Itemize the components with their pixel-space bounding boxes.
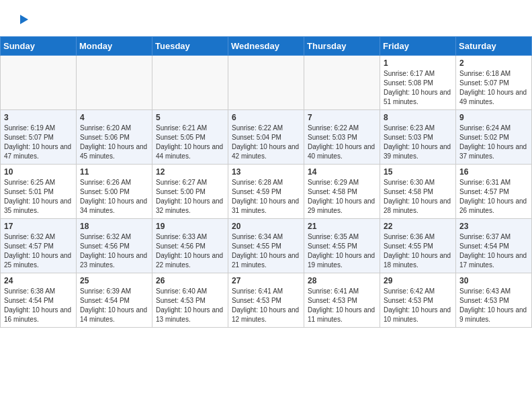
day-info: Sunrise: 6:17 AM Sunset: 5:08 PM Dayligh… [384, 69, 452, 107]
day-info: Sunrise: 6:28 AM Sunset: 4:59 PM Dayligh… [232, 178, 300, 216]
day-info: Sunrise: 6:20 AM Sunset: 5:06 PM Dayligh… [80, 124, 148, 161]
day-info: Sunrise: 6:41 AM Sunset: 4:53 PM Dayligh… [308, 287, 376, 324]
day-info: Sunrise: 6:39 AM Sunset: 4:54 PM Dayligh… [80, 287, 148, 324]
day-info: Sunrise: 6:34 AM Sunset: 4:55 PM Dayligh… [232, 232, 300, 270]
weekday-header: Thursday [304, 37, 380, 56]
day-number: 27 [232, 276, 300, 285]
day-number: 18 [80, 222, 148, 231]
day-info: Sunrise: 6:32 AM Sunset: 4:57 PM Dayligh… [4, 232, 73, 270]
calendar-cell: 9Sunrise: 6:24 AM Sunset: 5:02 PM Daylig… [456, 110, 532, 165]
calendar-cell: 26Sunrise: 6:40 AM Sunset: 4:53 PM Dayli… [152, 273, 228, 328]
day-number: 19 [156, 222, 224, 231]
calendar-cell [1, 56, 77, 110]
calendar-cell: 4Sunrise: 6:20 AM Sunset: 5:06 PM Daylig… [77, 110, 152, 165]
weekday-header: Sunday [1, 37, 77, 56]
day-info: Sunrise: 6:25 AM Sunset: 5:01 PM Dayligh… [4, 178, 73, 216]
calendar-cell: 28Sunrise: 6:41 AM Sunset: 4:53 PM Dayli… [304, 273, 380, 328]
calendar-cell: 3Sunrise: 6:19 AM Sunset: 5:07 PM Daylig… [1, 110, 77, 165]
weekday-header: Tuesday [152, 37, 228, 56]
day-info: Sunrise: 6:43 AM Sunset: 4:53 PM Dayligh… [459, 287, 528, 324]
day-number: 2 [459, 58, 528, 68]
calendar-cell: 19Sunrise: 6:33 AM Sunset: 4:56 PM Dayli… [152, 219, 228, 273]
calendar-cell: 20Sunrise: 6:34 AM Sunset: 4:55 PM Dayli… [228, 219, 304, 273]
svg-marker-0 [20, 15, 28, 24]
day-number: 1 [384, 58, 452, 68]
day-number: 30 [459, 276, 528, 285]
day-number: 10 [4, 167, 73, 177]
day-info: Sunrise: 6:32 AM Sunset: 4:56 PM Dayligh… [80, 232, 148, 270]
day-number: 13 [232, 167, 300, 177]
calendar-cell: 6Sunrise: 6:22 AM Sunset: 5:04 PM Daylig… [228, 110, 304, 165]
day-info: Sunrise: 6:37 AM Sunset: 4:54 PM Dayligh… [459, 232, 528, 270]
calendar-cell: 24Sunrise: 6:38 AM Sunset: 4:54 PM Dayli… [1, 273, 77, 328]
day-number: 24 [4, 276, 73, 285]
calendar-cell: 21Sunrise: 6:35 AM Sunset: 4:55 PM Dayli… [304, 219, 380, 273]
day-info: Sunrise: 6:18 AM Sunset: 5:07 PM Dayligh… [459, 69, 528, 107]
calendar-cell [304, 56, 380, 110]
day-number: 4 [80, 113, 148, 122]
calendar-cell: 17Sunrise: 6:32 AM Sunset: 4:57 PM Dayli… [1, 219, 77, 273]
page: SundayMondayTuesdayWednesdayThursdayFrid… [0, 0, 532, 328]
day-info: Sunrise: 6:22 AM Sunset: 5:04 PM Dayligh… [232, 124, 300, 161]
day-info: Sunrise: 6:30 AM Sunset: 4:58 PM Dayligh… [384, 178, 452, 216]
calendar-cell: 16Sunrise: 6:31 AM Sunset: 4:57 PM Dayli… [456, 165, 532, 219]
day-number: 6 [232, 113, 300, 122]
calendar-cell: 11Sunrise: 6:26 AM Sunset: 5:00 PM Dayli… [77, 165, 152, 219]
calendar-cell: 12Sunrise: 6:27 AM Sunset: 5:00 PM Dayli… [152, 165, 228, 219]
calendar-cell: 23Sunrise: 6:37 AM Sunset: 4:54 PM Dayli… [456, 219, 532, 273]
day-info: Sunrise: 6:41 AM Sunset: 4:53 PM Dayligh… [232, 287, 300, 324]
calendar-cell: 1Sunrise: 6:17 AM Sunset: 5:08 PM Daylig… [380, 56, 456, 110]
day-info: Sunrise: 6:29 AM Sunset: 4:58 PM Dayligh… [308, 178, 376, 216]
calendar-cell: 7Sunrise: 6:22 AM Sunset: 5:03 PM Daylig… [304, 110, 380, 165]
day-info: Sunrise: 6:42 AM Sunset: 4:53 PM Dayligh… [384, 287, 452, 324]
day-info: Sunrise: 6:21 AM Sunset: 5:05 PM Dayligh… [156, 124, 224, 161]
weekday-header: Saturday [456, 37, 532, 56]
logo-icon [15, 12, 30, 27]
calendar-cell: 13Sunrise: 6:28 AM Sunset: 4:59 PM Dayli… [228, 165, 304, 219]
day-number: 25 [80, 276, 148, 285]
calendar-cell: 29Sunrise: 6:42 AM Sunset: 4:53 PM Dayli… [380, 273, 456, 328]
day-info: Sunrise: 6:23 AM Sunset: 5:03 PM Dayligh… [384, 124, 452, 161]
day-number: 21 [308, 222, 376, 231]
logo [13, 12, 30, 27]
calendar-cell: 27Sunrise: 6:41 AM Sunset: 4:53 PM Dayli… [228, 273, 304, 328]
calendar-cell: 8Sunrise: 6:23 AM Sunset: 5:03 PM Daylig… [380, 110, 456, 165]
day-number: 14 [308, 167, 376, 177]
day-number: 7 [308, 113, 376, 122]
day-number: 5 [156, 113, 224, 122]
calendar-cell: 5Sunrise: 6:21 AM Sunset: 5:05 PM Daylig… [152, 110, 228, 165]
day-number: 9 [459, 113, 528, 122]
weekday-header: Wednesday [228, 37, 304, 56]
calendar-cell [152, 56, 228, 110]
calendar-cell: 15Sunrise: 6:30 AM Sunset: 4:58 PM Dayli… [380, 165, 456, 219]
calendar-cell: 30Sunrise: 6:43 AM Sunset: 4:53 PM Dayli… [456, 273, 532, 328]
day-number: 8 [384, 113, 452, 122]
day-number: 20 [232, 222, 300, 231]
day-info: Sunrise: 6:36 AM Sunset: 4:55 PM Dayligh… [384, 232, 452, 270]
header [0, 0, 532, 34]
day-info: Sunrise: 6:19 AM Sunset: 5:07 PM Dayligh… [4, 124, 73, 161]
day-info: Sunrise: 6:40 AM Sunset: 4:53 PM Dayligh… [156, 287, 224, 324]
day-info: Sunrise: 6:38 AM Sunset: 4:54 PM Dayligh… [4, 287, 73, 324]
day-info: Sunrise: 6:24 AM Sunset: 5:02 PM Dayligh… [459, 124, 528, 161]
day-info: Sunrise: 6:26 AM Sunset: 5:00 PM Dayligh… [80, 178, 148, 216]
day-number: 22 [384, 222, 452, 231]
calendar-cell: 10Sunrise: 6:25 AM Sunset: 5:01 PM Dayli… [1, 165, 77, 219]
day-info: Sunrise: 6:35 AM Sunset: 4:55 PM Dayligh… [308, 232, 376, 270]
day-number: 3 [4, 113, 73, 122]
day-number: 26 [156, 276, 224, 285]
day-number: 16 [459, 167, 528, 177]
day-info: Sunrise: 6:27 AM Sunset: 5:00 PM Dayligh… [156, 178, 224, 216]
day-info: Sunrise: 6:33 AM Sunset: 4:56 PM Dayligh… [156, 232, 224, 270]
day-number: 17 [4, 222, 73, 231]
day-number: 11 [80, 167, 148, 177]
day-info: Sunrise: 6:31 AM Sunset: 4:57 PM Dayligh… [459, 178, 528, 216]
calendar-cell: 14Sunrise: 6:29 AM Sunset: 4:58 PM Dayli… [304, 165, 380, 219]
weekday-header: Friday [380, 37, 456, 56]
weekday-header: Monday [77, 37, 152, 56]
calendar-cell: 18Sunrise: 6:32 AM Sunset: 4:56 PM Dayli… [77, 219, 152, 273]
calendar-cell: 22Sunrise: 6:36 AM Sunset: 4:55 PM Dayli… [380, 219, 456, 273]
calendar-cell [228, 56, 304, 110]
day-number: 15 [384, 167, 452, 177]
calendar-table: SundayMondayTuesdayWednesdayThursdayFrid… [0, 36, 532, 328]
